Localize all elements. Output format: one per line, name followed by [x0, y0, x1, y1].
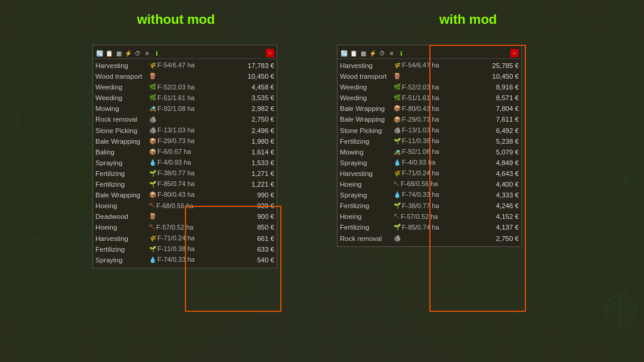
row-label: Harvesting: [95, 234, 149, 243]
row-field: 📦 F-6/0.67 ha: [149, 147, 236, 156]
row-amount: 10,450 €: [236, 72, 274, 81]
row-field: 🌾 F-71/0.24 ha: [394, 169, 480, 178]
table-row: Weeding🌿 F-52/2.03 ha4,458 €: [93, 82, 277, 92]
row-label: Weeding: [95, 93, 149, 103]
sort-icon[interactable]: ≡: [143, 49, 151, 57]
table-row: Spraying💧 F-4/0.93 ha4,849 €: [338, 157, 521, 168]
row-label: Bale Wrapping: [340, 115, 394, 124]
grid-icon-r[interactable]: ▦: [359, 49, 367, 57]
clock-icon-r[interactable]: ⏱: [378, 49, 386, 57]
row-amount: 8,571 €: [480, 93, 519, 103]
panel-without-mod: 🔄 📋 ▦ ⚡ ⏱ ≡ ℹ − Harvesting🌾 F-54/6.47 ha…: [92, 45, 277, 268]
row-amount: 1,614 €: [236, 147, 274, 157]
close-button-left[interactable]: −: [266, 49, 274, 57]
row-amount: 4,458 €: [236, 82, 274, 92]
table-row: Rock removal🪨 2,750 €: [338, 233, 521, 244]
info-icon-r[interactable]: ℹ: [397, 49, 405, 57]
row-amount: 4,643 €: [480, 169, 519, 178]
row-label: Harvesting: [95, 61, 149, 70]
row-label: Hoeing: [95, 201, 149, 211]
toolbar-left: 🔄 📋 ▦ ⚡ ⏱ ≡ ℹ −: [93, 48, 277, 59]
row-amount: 4,333 €: [480, 190, 519, 200]
row-amount: 25,785 €: [480, 61, 519, 70]
row-amount: 5,079 €: [480, 147, 519, 157]
refresh-icon-r[interactable]: 🔄: [340, 49, 348, 57]
sort-icon-r[interactable]: ≡: [388, 49, 396, 57]
toolbar-right: 🔄 📋 ▦ ⚡ ⏱ ≡ ℹ −: [338, 48, 521, 59]
list-icon-r[interactable]: 📋: [349, 49, 358, 57]
row-field: 🌱 F-85/0.74 ha: [149, 180, 236, 188]
row-amount: 4,400 €: [480, 180, 519, 189]
grid-icon[interactable]: ▦: [114, 49, 123, 57]
table-row: Fertilizing🌱 F-85/0.74 ha1,221 €: [93, 179, 277, 190]
table-row: Fertilizing🌱 F-11/0.38 ha5,238 €: [338, 136, 521, 147]
row-label: Spraying: [340, 158, 394, 168]
row-amount: 4,849 €: [480, 158, 519, 168]
left-panel-rows: Harvesting🌾 F-54/6.47 ha17,783 €Wood tra…: [93, 60, 277, 265]
row-field: 🌾 F-71/0.24 ha: [149, 234, 236, 243]
table-row: Spraying💧 F-4/0.93 ha1,533 €: [93, 157, 277, 168]
row-label: Baling: [95, 147, 149, 157]
info-icon[interactable]: ℹ: [153, 49, 161, 57]
row-field: ⛏ F-57/0.52 ha: [149, 223, 236, 232]
row-field: 💧 F-4/0.93 ha: [149, 158, 236, 167]
row-field: 🪨: [394, 234, 480, 243]
row-field: 🌿 F-51/1.61 ha: [149, 94, 236, 103]
row-amount: 633 €: [236, 245, 274, 254]
table-row: Stone Picking🪨 F-13/1.03 ha2,496 €: [93, 125, 277, 136]
arrow-icon-r[interactable]: ⚡: [369, 49, 377, 57]
row-label: Fertilizing: [340, 137, 394, 146]
row-field: 💧 F-74/0.33 ha: [394, 190, 480, 199]
row-label: Fertilizing: [340, 222, 394, 232]
refresh-icon[interactable]: 🔄: [95, 49, 104, 57]
arrow-icon[interactable]: ⚡: [124, 49, 132, 57]
row-field: 🌿 F-52/2.03 ha: [394, 83, 480, 92]
circuit-left: [0, 0, 89, 362]
row-field: 🚜 F-92/1.08 ha: [394, 147, 480, 156]
table-row: Bale Wrapping📦 F-29/0.73 ha1,980 €: [93, 136, 277, 147]
title-without-mod: without mod: [30, 12, 322, 27]
row-amount: 929 €: [236, 201, 274, 211]
row-label: Weeding: [95, 82, 149, 92]
clock-icon[interactable]: ⏱: [134, 49, 142, 57]
row-label: Weeding: [340, 93, 394, 103]
row-field: 🪨 F-13/1.03 ha: [394, 126, 480, 135]
panel-with-mod: 🔄 📋 ▦ ⚡ ⏱ ≡ ℹ − Harvesting🌾 F-54/6.47 ha…: [337, 45, 522, 247]
table-row: Deadwood🪵 900 €: [93, 211, 277, 222]
table-row: Hoeing⛏ F-68/0.56 ha4,400 €: [338, 179, 521, 190]
row-amount: 7,804 €: [480, 104, 519, 113]
table-row: Mowing🚜 F-92/1.08 ha2,982 €: [93, 103, 277, 114]
row-label: Hoeing: [340, 180, 394, 189]
row-label: Fertilizing: [95, 245, 149, 254]
row-amount: 17,783 €: [236, 61, 274, 70]
table-row: Baling📦 F-6/0.67 ha1,614 €: [93, 147, 277, 157]
row-label: Spraying: [95, 255, 149, 265]
row-field: ⛏ F-68/0.56 ha: [394, 180, 480, 188]
table-row: Fertilizing🌱 F-38/0.77 ha1,271 €: [93, 168, 277, 179]
row-label: Rock removal: [95, 115, 149, 124]
row-field: 🪨: [149, 116, 236, 124]
table-row: Weeding🌿 F-51/1.61 ha3,535 €: [93, 92, 277, 103]
table-row: Fertilizing🌱 F-85/0.74 ha4,137 €: [338, 222, 521, 233]
row-field: 🌱 F-38/0.77 ha: [394, 202, 480, 211]
row-field: 🌱 F-85/0.74 ha: [394, 223, 480, 232]
row-amount: 2,750 €: [480, 234, 519, 243]
row-field: 🌱 F-38/0.77 ha: [149, 169, 236, 178]
close-button-right[interactable]: −: [510, 49, 519, 57]
row-label: Rock removal: [340, 234, 394, 243]
row-label: Mowing: [340, 147, 394, 157]
row-field: 🌾 F-54/6.47 ha: [149, 61, 236, 70]
row-amount: 2,982 €: [236, 104, 274, 113]
row-amount: 990 €: [236, 190, 274, 200]
table-row: Harvesting🌾 F-54/6.47 ha17,783 €: [93, 60, 277, 71]
row-amount: 4,246 €: [480, 201, 519, 211]
row-label: Wood transport: [340, 72, 394, 81]
row-amount: 540 €: [236, 255, 274, 265]
table-row: Weeding🌿 F-52/2.03 ha8,916 €: [338, 82, 521, 92]
list-icon[interactable]: 📋: [105, 49, 113, 57]
row-label: Stone Picking: [95, 126, 149, 135]
row-label: Fertilizing: [95, 169, 149, 178]
row-field: 🚜 F-92/1.08 ha: [149, 104, 236, 113]
row-label: Stone Picking: [340, 126, 394, 135]
row-amount: 4,152 €: [480, 212, 519, 221]
